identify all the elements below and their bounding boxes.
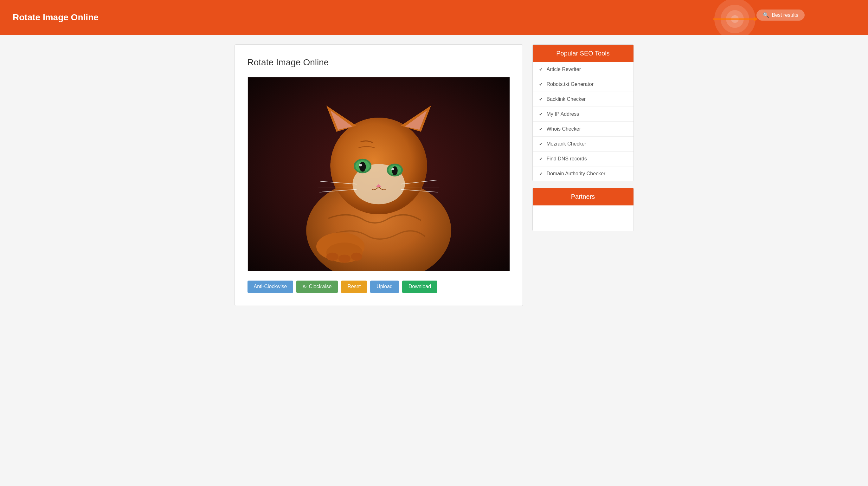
button-row: Anti-Clockwise ↻ Clockwise Reset Upload … (248, 280, 510, 293)
tool-item-article-rewriter[interactable]: ✔ Article Rewriter (533, 62, 633, 77)
cat-image (248, 78, 509, 271)
tool-label: Mozrank Checker (547, 141, 586, 147)
svg-point-22 (392, 166, 397, 175)
check-icon: ✔ (539, 171, 543, 176)
svg-point-23 (392, 168, 394, 170)
download-button[interactable]: Download (402, 280, 437, 293)
tool-item-domain-authority[interactable]: ✔ Domain Authority Checker (533, 166, 633, 181)
sidebar: Popular SEO Tools ✔ Article Rewriter ✔ R… (532, 44, 634, 306)
tools-list: ✔ Article Rewriter ✔ Robots.txt Generato… (533, 62, 633, 181)
check-icon: ✔ (539, 67, 543, 72)
partners-section: Partners (532, 188, 634, 231)
clockwise-button[interactable]: ↻ Clockwise (296, 280, 338, 293)
search-badge: 🔍 Best results (756, 9, 805, 21)
tool-label: My IP Address (547, 111, 579, 117)
tool-item-my-ip[interactable]: ✔ My IP Address (533, 107, 633, 122)
badge-text: Best results (772, 12, 798, 18)
tool-item-find-dns[interactable]: ✔ Find DNS records (533, 152, 633, 166)
partners-body (533, 206, 633, 231)
check-icon: ✔ (539, 156, 543, 161)
svg-point-18 (360, 162, 366, 172)
check-icon: ✔ (539, 126, 543, 131)
check-icon: ✔ (539, 112, 543, 117)
anti-clockwise-button[interactable]: Anti-Clockwise (248, 280, 293, 293)
tool-label: Domain Authority Checker (547, 171, 606, 177)
popular-tools-section: Popular SEO Tools ✔ Article Rewriter ✔ R… (532, 44, 634, 181)
tool-item-mozrank[interactable]: ✔ Mozrank Checker (533, 136, 633, 152)
tool-item-whois[interactable]: ✔ Whois Checker (533, 122, 633, 136)
check-icon: ✔ (539, 97, 543, 102)
svg-point-19 (359, 164, 362, 166)
target-icon (713, 0, 757, 35)
upload-button[interactable]: Upload (370, 280, 399, 293)
header: Rotate Image Online 🔍 Best results (0, 0, 868, 35)
image-container (248, 77, 510, 271)
content-area: Rotate Image Online (235, 44, 523, 306)
partners-header: Partners (533, 188, 633, 206)
page-title: Rotate Image Online (248, 57, 510, 67)
header-title: Rotate Image Online (13, 12, 98, 23)
tool-item-robots-txt[interactable]: ✔ Robots.txt Generator (533, 77, 633, 92)
clockwise-icon: ↻ (303, 284, 307, 290)
svg-point-34 (338, 254, 350, 263)
search-icon: 🔍 (763, 12, 769, 18)
tool-label: Find DNS records (547, 156, 587, 162)
header-decoration: 🔍 Best results (347, 0, 868, 35)
main-container: Rotate Image Online (228, 44, 640, 306)
tool-label: Robots.txt Generator (547, 82, 594, 87)
svg-marker-5 (754, 17, 757, 21)
check-icon: ✔ (539, 142, 543, 147)
tool-label: Whois Checker (547, 126, 581, 132)
svg-point-35 (351, 253, 362, 261)
tool-item-backlink-checker[interactable]: ✔ Backlink Checker (533, 92, 633, 107)
svg-point-33 (326, 253, 338, 261)
check-icon: ✔ (539, 82, 543, 87)
reset-button[interactable]: Reset (341, 280, 367, 293)
popular-tools-header: Popular SEO Tools (533, 45, 633, 62)
tool-label: Article Rewriter (547, 67, 581, 72)
tool-label: Backlink Checker (547, 96, 586, 102)
